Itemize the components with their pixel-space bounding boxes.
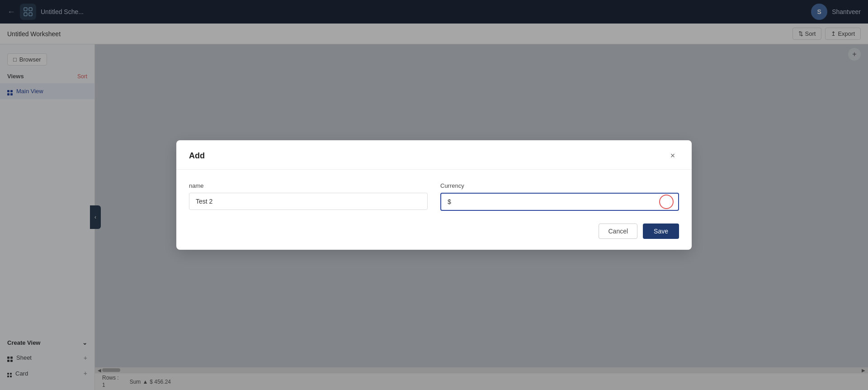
save-button[interactable]: Save [643, 224, 679, 239]
name-label: name [189, 182, 428, 189]
modal-close-button[interactable]: × [666, 149, 679, 162]
currency-input-wrapper: $ [440, 193, 679, 211]
modal-body: name Currency $ [176, 170, 692, 220]
name-input[interactable] [189, 193, 428, 210]
name-form-group: name [189, 182, 428, 210]
close-icon: × [670, 151, 675, 161]
modal-footer: Cancel Save [176, 220, 692, 250]
currency-label: Currency [440, 182, 679, 189]
currency-form-group: Currency $ [440, 182, 679, 211]
modal-header: Add × [176, 140, 692, 170]
cancel-button[interactable]: Cancel [599, 224, 637, 239]
modal-title: Add [189, 151, 205, 161]
currency-input[interactable] [453, 194, 672, 210]
add-modal: Add × name Currency $ Cancel Save [176, 140, 692, 250]
currency-prefix: $ [448, 198, 451, 205]
modal-backdrop: Add × name Currency $ Cancel Save [0, 0, 868, 390]
